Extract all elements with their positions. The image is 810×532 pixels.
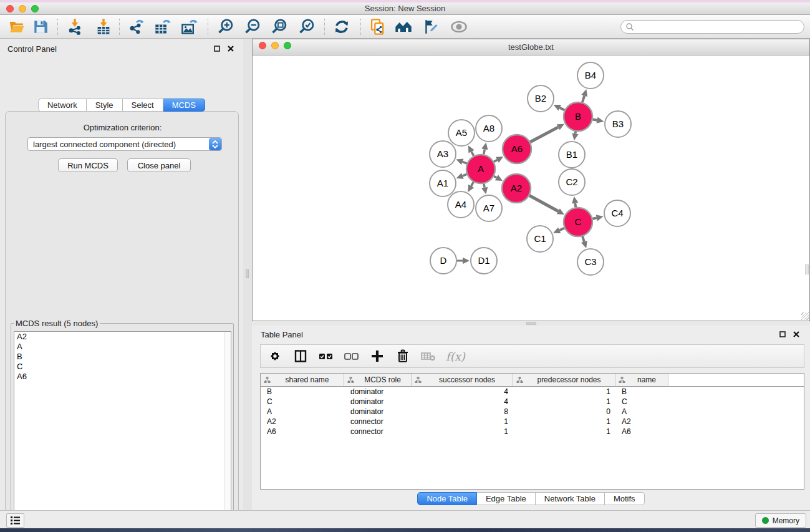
edge-A-A3[interactable] xyxy=(463,162,467,163)
float-panel-icon[interactable] xyxy=(212,44,222,54)
cell-successor-nodes[interactable]: 1 xyxy=(412,417,513,426)
deselect-all-rows-icon[interactable] xyxy=(344,348,360,364)
cell-mcds-role[interactable]: dominator xyxy=(344,397,412,406)
edge-A-A5[interactable] xyxy=(471,152,474,156)
mcds-result-item[interactable]: A xyxy=(14,342,231,352)
cell-shared-name[interactable]: A xyxy=(261,407,344,416)
edge-A-A7[interactable] xyxy=(484,184,485,188)
tab-edge-table[interactable]: Edge Table xyxy=(477,492,536,505)
close-window-button[interactable] xyxy=(6,5,14,12)
tab-network-table[interactable]: Network Table xyxy=(536,492,605,505)
edge-A2-C[interactable] xyxy=(529,195,558,211)
edge-A-A2[interactable] xyxy=(494,176,496,177)
tab-motifs[interactable]: Motifs xyxy=(605,492,645,505)
edge-C-C4[interactable] xyxy=(592,218,596,218)
cell-name[interactable]: C xyxy=(615,397,668,406)
node-A6[interactable]: A6 xyxy=(503,135,531,163)
search-input[interactable] xyxy=(634,22,790,31)
network-close-button[interactable] xyxy=(259,42,266,49)
column-header-mcds-role[interactable]: MCDS role xyxy=(344,374,412,386)
column-settings-icon[interactable] xyxy=(267,348,283,364)
cell-shared-name[interactable]: A2 xyxy=(261,417,344,426)
horizontal-splitter[interactable] xyxy=(252,321,810,326)
edge-C-C2[interactable] xyxy=(575,203,576,208)
network-maximize-button[interactable] xyxy=(284,42,291,49)
cell-predecessor-nodes[interactable]: 1 xyxy=(513,417,615,426)
cell-successor-nodes[interactable]: 1 xyxy=(412,427,513,436)
table-row[interactable]: Cdominator41C xyxy=(261,397,804,407)
mcds-result-item[interactable]: B xyxy=(14,352,231,362)
open-session-icon[interactable] xyxy=(5,17,29,37)
save-session-icon[interactable] xyxy=(29,17,52,37)
edge-C-C1[interactable] xyxy=(559,228,564,231)
create-new-column-icon[interactable] xyxy=(369,348,385,364)
cell-shared-name[interactable]: B xyxy=(261,387,344,396)
maximize-window-button[interactable] xyxy=(31,5,39,12)
annotation-mode-icon[interactable] xyxy=(419,17,443,37)
cell-predecessor-nodes[interactable]: 1 xyxy=(513,427,615,436)
export-network-icon[interactable] xyxy=(125,17,148,37)
tab-node-table[interactable]: Node Table xyxy=(417,492,477,505)
node-A7[interactable]: A7 xyxy=(476,195,502,221)
cell-name[interactable]: B xyxy=(615,387,668,396)
zoom-fit-icon[interactable] xyxy=(268,17,291,37)
column-header-name[interactable]: name xyxy=(615,374,668,386)
node-D[interactable]: D xyxy=(430,248,456,274)
close-panel-icon[interactable] xyxy=(226,44,236,54)
zoom-in-icon[interactable] xyxy=(214,17,238,37)
tab-style[interactable]: Style xyxy=(87,99,123,112)
node-A4[interactable]: A4 xyxy=(448,191,474,218)
column-header-predecessor-nodes[interactable]: predecessor nodes xyxy=(513,374,615,386)
cell-name[interactable]: A6 xyxy=(615,427,668,436)
node-B4[interactable]: B4 xyxy=(577,62,604,89)
zoom-selected-icon[interactable] xyxy=(295,17,319,37)
cell-mcds-role[interactable]: connector xyxy=(344,427,412,436)
task-history-button[interactable] xyxy=(6,513,24,528)
import-table-icon[interactable] xyxy=(92,17,115,37)
mcds-result-item[interactable]: A6 xyxy=(14,372,231,382)
splitter-handle[interactable] xyxy=(246,269,249,278)
cell-shared-name[interactable]: A6 xyxy=(261,427,344,436)
cell-successor-nodes[interactable]: 4 xyxy=(412,397,513,406)
cell-name[interactable]: A2 xyxy=(615,417,668,426)
apply-layout-icon[interactable] xyxy=(330,17,354,37)
edge-B-B4[interactable] xyxy=(582,96,584,102)
cell-predecessor-nodes[interactable]: 1 xyxy=(513,397,615,406)
node-C2[interactable]: C2 xyxy=(559,169,585,195)
close-panel-icon[interactable] xyxy=(791,329,801,339)
edge-A-A6[interactable] xyxy=(494,160,497,162)
cell-predecessor-nodes[interactable]: 0 xyxy=(513,407,615,416)
show-columns-icon[interactable] xyxy=(292,348,309,364)
node-B[interactable]: B xyxy=(564,102,592,131)
table-row[interactable]: Adominator80A xyxy=(261,407,804,417)
close-panel-button[interactable]: Close panel xyxy=(127,158,191,172)
float-panel-icon[interactable] xyxy=(778,329,788,339)
cell-name[interactable]: A xyxy=(615,407,668,416)
show-hide-graphics-icon[interactable] xyxy=(447,17,471,37)
export-table-icon[interactable] xyxy=(151,17,175,37)
cell-predecessor-nodes[interactable]: 1 xyxy=(513,387,615,396)
search-field[interactable] xyxy=(620,20,804,34)
node-C4[interactable]: C4 xyxy=(604,200,630,226)
delete-columns-icon[interactable] xyxy=(395,348,411,364)
splitter-handle[interactable] xyxy=(526,322,536,325)
mcds-result-item[interactable]: A2 xyxy=(14,332,231,342)
cell-shared-name[interactable]: C xyxy=(261,397,344,406)
edge-A-A1[interactable] xyxy=(463,174,467,176)
network-minimize-button[interactable] xyxy=(271,42,279,49)
tab-select[interactable]: Select xyxy=(123,99,163,112)
column-header-shared-name[interactable]: shared name xyxy=(261,374,344,386)
select-all-rows-icon[interactable] xyxy=(318,348,334,364)
mcds-result-item[interactable]: C xyxy=(14,362,231,372)
edge-A-A4[interactable] xyxy=(471,182,474,186)
node-C3[interactable]: C3 xyxy=(577,249,604,275)
node-A3[interactable]: A3 xyxy=(430,141,456,167)
node-A[interactable]: A xyxy=(466,155,495,183)
column-header-successor-nodes[interactable]: successor nodes xyxy=(412,374,513,386)
edge-B-B1[interactable] xyxy=(576,132,576,134)
node-B1[interactable]: B1 xyxy=(559,142,585,168)
node-B2[interactable]: B2 xyxy=(528,85,554,112)
export-image-icon[interactable] xyxy=(178,17,201,37)
node-D1[interactable]: D1 xyxy=(471,248,497,274)
zoom-out-icon[interactable] xyxy=(241,17,264,37)
